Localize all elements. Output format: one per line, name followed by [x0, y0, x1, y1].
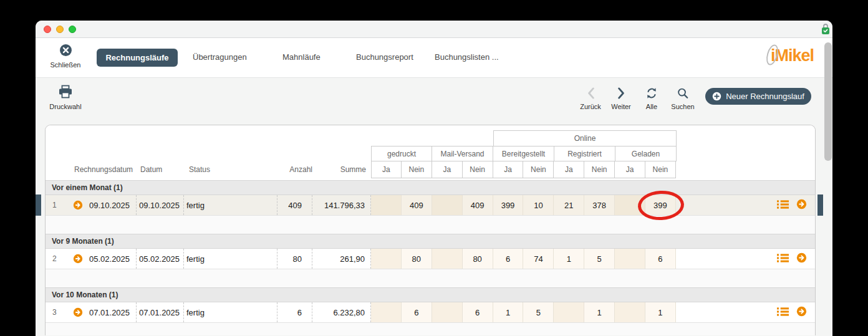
- header-summe: Summe: [316, 161, 366, 178]
- zurueck-button[interactable]: Zurück: [576, 87, 605, 110]
- header-ja: Ja: [432, 161, 463, 178]
- cell-gedruckt-nein: 409: [402, 195, 432, 215]
- cell-summe: 261,90: [312, 249, 371, 269]
- header-geladen: Geladen: [615, 146, 677, 161]
- imikel-logo: iMikel: [771, 46, 814, 65]
- header-nein: Nein: [645, 161, 676, 178]
- neuer-rechnungslauf-label: Neuer Rechnungslauf: [726, 92, 804, 101]
- zoom-window-button[interactable]: [69, 26, 76, 33]
- header-mail-versand: Mail-Versand: [432, 146, 493, 161]
- header-anzahl: Anzahl: [263, 161, 312, 178]
- cell-bereitgestellt-ja: 6: [493, 249, 524, 269]
- screen: Schließen Rechnungsläufe Übertragungen M…: [0, 0, 868, 336]
- cell-anzahl: 409: [277, 195, 312, 215]
- table-row[interactable]: 2 05.02.2025 05.02.2025 fertig 80 261,90…: [46, 249, 815, 269]
- cell-rechnungsdatum: 05.02.2025: [87, 249, 137, 269]
- cell-mail-nein: 6: [463, 302, 493, 322]
- header-bereitgestellt: Bereitgestellt: [493, 146, 554, 161]
- cell-bereitgestellt-nein: 10: [523, 195, 554, 215]
- cell-anzahl: 6: [277, 302, 312, 322]
- cell-anzahl: 80: [277, 249, 312, 269]
- security-lock-icon: [821, 22, 831, 38]
- go-arrow-icon[interactable]: [796, 306, 807, 319]
- cell-summe: 141.796,33: [312, 195, 371, 215]
- cell-geladen-ja: [615, 195, 645, 215]
- go-arrow-icon[interactable]: [796, 252, 807, 265]
- cell-gedruckt-ja: [371, 302, 402, 322]
- row-number: 2: [46, 249, 69, 269]
- suchen-label: Suchen: [667, 103, 699, 110]
- header-rechnungsdatum: Rechnungsdatum: [74, 161, 133, 178]
- cell-mail-ja: [432, 195, 463, 215]
- chevron-right-icon: [617, 90, 625, 101]
- cell-bereitgestellt-nein: 74: [523, 249, 554, 269]
- alle-label: Alle: [637, 103, 667, 110]
- header-gedruckt: gedruckt: [371, 146, 432, 161]
- row-actions: [676, 302, 815, 322]
- weiter-button[interactable]: Weiter: [606, 87, 636, 110]
- cell-gedruckt-nein: 6: [402, 302, 432, 322]
- tab-buchungsreport[interactable]: Buchungsreport: [356, 52, 413, 62]
- cell-geladen-nein: 399: [645, 195, 676, 215]
- tab-uebertragungen[interactable]: Übertragungen: [193, 52, 247, 62]
- cell-registriert-ja: 1: [554, 249, 584, 269]
- cell-mail-nein: 409: [463, 195, 493, 215]
- weiter-label: Weiter: [606, 103, 636, 110]
- cell-gedruckt-ja: [371, 249, 402, 269]
- tab-mahnlaeufe[interactable]: Mahnläufe: [282, 52, 321, 62]
- section-gap: [46, 216, 815, 234]
- alle-button[interactable]: Alle: [637, 87, 667, 110]
- open-record-icon[interactable]: [69, 195, 87, 215]
- cell-gedruckt-nein: 80: [402, 249, 432, 269]
- header-ja: Ja: [554, 161, 584, 178]
- cell-datum: 05.02.2025: [137, 249, 184, 269]
- list-icon[interactable]: [777, 307, 789, 319]
- header-ja-nein-row: Ja Nein Ja Nein Ja Nein Ja Nein Ja Nein: [371, 161, 676, 178]
- header-nein: Nein: [523, 161, 554, 178]
- header-nein: Nein: [584, 161, 615, 178]
- tab-buchungslisten[interactable]: Buchungslisten ...: [435, 52, 499, 62]
- table-header: Online gedruckt Mail-Versand Bereitgeste…: [46, 125, 815, 180]
- close-module-button[interactable]: Schließen: [44, 44, 87, 69]
- minimize-window-button[interactable]: [56, 26, 64, 33]
- header-nein: Nein: [402, 161, 432, 178]
- zurueck-label: Zurück: [576, 103, 605, 110]
- druckwahl-button[interactable]: Druckwahl: [42, 85, 89, 110]
- vertical-scrollbar-thumb[interactable]: [824, 42, 832, 161]
- suchen-button[interactable]: Suchen: [667, 87, 699, 110]
- list-icon[interactable]: [777, 199, 789, 211]
- cell-gedruckt-ja: [371, 195, 402, 215]
- header-ja: Ja: [493, 161, 524, 178]
- header-ja: Ja: [371, 161, 402, 178]
- content-area: Druckwahl Zurück Weiter: [36, 78, 832, 335]
- cell-registriert-nein: 1: [584, 302, 615, 322]
- traffic-lights: [44, 26, 76, 33]
- list-icon[interactable]: [777, 253, 789, 265]
- cell-rechnungsdatum: 09.10.2025: [87, 195, 137, 215]
- table-row[interactable]: 3 07.01.2025 07.01.2025 fertig 6 6.232,8…: [46, 302, 815, 323]
- titlebar: [36, 21, 832, 38]
- header-registriert: Registriert: [554, 146, 615, 161]
- chevron-left-icon: [587, 90, 595, 101]
- cell-geladen-ja: [615, 302, 645, 322]
- plus-circle-icon: [712, 92, 721, 101]
- cell-geladen-nein: 6: [645, 249, 676, 269]
- cell-registriert-nein: 5: [584, 249, 615, 269]
- cell-geladen-ja: [615, 249, 645, 269]
- search-icon: [677, 90, 689, 101]
- cell-geladen-nein: 1: [645, 302, 676, 322]
- open-record-icon[interactable]: [69, 302, 87, 322]
- go-arrow-icon[interactable]: [796, 199, 807, 211]
- row-actions: [676, 195, 815, 215]
- cell-mail-ja: [432, 302, 463, 322]
- neuer-rechnungslauf-button[interactable]: Neuer Rechnungslauf: [705, 88, 811, 105]
- open-record-icon[interactable]: [69, 249, 87, 269]
- cell-mail-ja: [432, 249, 463, 269]
- cell-status: fertig: [184, 249, 277, 269]
- close-circle-icon: [59, 48, 72, 59]
- close-window-button[interactable]: [44, 26, 51, 33]
- table-row[interactable]: 1 09.10.2025 09.10.2025 fertig 409 141.7…: [46, 195, 815, 216]
- tab-rechnungslaeufe[interactable]: Rechnungsläufe: [97, 49, 178, 67]
- main-toolbar: Schließen Rechnungsläufe Übertragungen M…: [36, 38, 832, 78]
- cell-registriert-ja: 21: [554, 195, 584, 215]
